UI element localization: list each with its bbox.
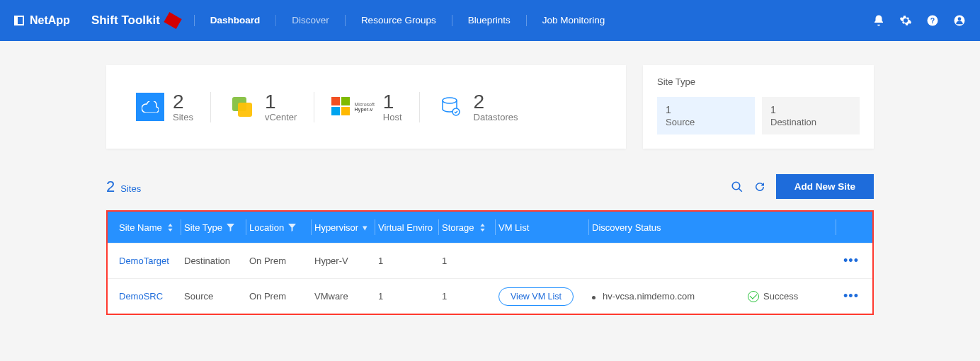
svg-rect-9 (341, 107, 350, 115)
cell-hypervisor: VMware (312, 291, 375, 302)
stat-label: Host (383, 112, 402, 122)
bell-icon[interactable] (872, 14, 885, 27)
stat-value: 2 (173, 92, 193, 112)
svg-rect-7 (341, 97, 350, 105)
svg-point-12 (732, 182, 740, 190)
cell-location: On Prem (246, 291, 312, 302)
bullet-icon (592, 296, 596, 299)
stat-host: MicrosoftHyper-v 1Host (314, 92, 418, 122)
nav-bar: Dashboard Discover Resource Groups Bluep… (194, 15, 620, 26)
cell-storage: 1 (439, 291, 496, 302)
preview-badge (164, 12, 181, 29)
help-icon[interactable]: ? (926, 14, 939, 27)
vcenter-icon (228, 93, 256, 121)
sort-icon (479, 224, 486, 231)
th-site-name[interactable]: Site Name (116, 219, 181, 235)
destination-label: Destination (770, 117, 851, 127)
th-vm-list[interactable]: VM List (496, 219, 589, 235)
cell-location: On Prem (246, 256, 312, 266)
cell-vm-list: View VM List (496, 287, 589, 306)
content-area: 2Sites 1vCenter MicrosoftHyper-v 1Host (0, 41, 980, 315)
top-header: NetApp Shift Toolkit Dashboard Discover … (0, 0, 980, 41)
site-type-source[interactable]: 1 Source (657, 97, 755, 134)
hyperv-icon: MicrosoftHyper-v (331, 93, 374, 121)
user-icon[interactable] (953, 14, 966, 27)
header-actions: ? (872, 14, 966, 27)
row-menu-icon[interactable]: ••• (836, 289, 864, 304)
nav-blueprints[interactable]: Blueprints (452, 15, 526, 26)
svg-text:?: ? (930, 16, 935, 25)
site-type-destination[interactable]: 1 Destination (762, 97, 860, 134)
success-icon (748, 291, 759, 302)
stat-vcenter: 1vCenter (210, 92, 314, 122)
cell-site-name[interactable]: DemoSRC (116, 291, 181, 302)
th-location[interactable]: Location (246, 219, 312, 235)
cell-site-type: Destination (181, 256, 246, 266)
destination-count: 1 (770, 104, 851, 115)
stat-value: 1 (265, 92, 297, 112)
site-type-title: Site Type (657, 76, 860, 87)
svg-rect-6 (331, 97, 340, 105)
stat-label: Datastores (474, 112, 518, 122)
sites-count: 2 (106, 178, 115, 196)
sites-table: Site Name Site Type Location Hypervisor▾… (106, 210, 874, 315)
svg-point-10 (443, 98, 457, 103)
cell-site-type: Source (181, 291, 246, 302)
svg-rect-5 (238, 103, 252, 117)
cell-virtual-env: 1 (375, 256, 439, 266)
svg-rect-8 (331, 107, 340, 115)
th-virtual-env[interactable]: Virtual Environ (375, 219, 439, 235)
datastore-icon (437, 93, 465, 121)
netapp-icon (14, 16, 24, 25)
filter-icon (227, 224, 234, 231)
add-new-site-button[interactable]: Add New Site (776, 174, 874, 199)
table-row: DemoSRC Source On Prem VMware 1 1 View V… (108, 278, 872, 314)
stat-sites: 2Sites (119, 92, 210, 122)
stat-datastores: 2Datastores (419, 92, 535, 122)
source-label: Source (666, 117, 746, 127)
sites-toolbar: 2 Sites Add New Site (106, 174, 874, 199)
source-count: 1 (666, 104, 746, 115)
cell-hypervisor: Hyper-V (312, 256, 375, 266)
search-icon[interactable] (731, 180, 743, 193)
site-type-card: Site Type 1 Source 1 Destination (643, 65, 874, 149)
stat-label: Sites (173, 112, 193, 122)
cell-site-name[interactable]: DemoTarget (116, 256, 181, 266)
stats-card: 2Sites 1vCenter MicrosoftHyper-v 1Host (106, 65, 626, 149)
th-hypervisor[interactable]: Hypervisor▾ (312, 219, 375, 235)
sort-icon (166, 224, 174, 231)
cell-virtual-env: 1 (375, 291, 439, 302)
th-site-type[interactable]: Site Type (181, 219, 246, 235)
stat-value: 1 (383, 92, 402, 112)
row-menu-icon[interactable]: ••• (836, 253, 864, 268)
view-vm-list-button[interactable]: View VM List (498, 287, 574, 306)
stat-label: vCenter (265, 112, 297, 122)
cell-storage: 1 (439, 256, 496, 266)
nav-dashboard[interactable]: Dashboard (194, 15, 276, 26)
refresh-icon[interactable] (753, 180, 766, 193)
gear-icon[interactable] (899, 14, 912, 27)
table-row: DemoTarget Destination On Prem Hyper-V 1… (108, 243, 872, 278)
nav-discover[interactable]: Discover (275, 15, 345, 26)
cell-discovery: hv-vcsa.nimdemo.com (589, 291, 745, 302)
stat-value: 2 (474, 92, 518, 112)
nav-job-monitoring[interactable]: Job Monitoring (526, 15, 621, 26)
nav-resource-groups[interactable]: Resource Groups (345, 15, 452, 26)
th-storage[interactable]: Storage (439, 219, 496, 235)
svg-point-3 (958, 17, 962, 21)
brand-logo: NetApp (14, 14, 70, 27)
summary-row: 2Sites 1vCenter MicrosoftHyper-v 1Host (106, 65, 874, 149)
filter-icon (288, 224, 296, 231)
table-header-row: Site Name Site Type Location Hypervisor▾… (108, 212, 872, 243)
sites-label: Sites (120, 183, 141, 194)
app-title: Shift Toolkit (91, 13, 160, 28)
th-discovery-status[interactable]: Discovery Status (589, 219, 836, 235)
cloud-icon (136, 93, 164, 121)
cell-status: Success (745, 291, 823, 302)
svg-line-13 (739, 188, 742, 192)
brand-text: NetApp (30, 14, 70, 27)
